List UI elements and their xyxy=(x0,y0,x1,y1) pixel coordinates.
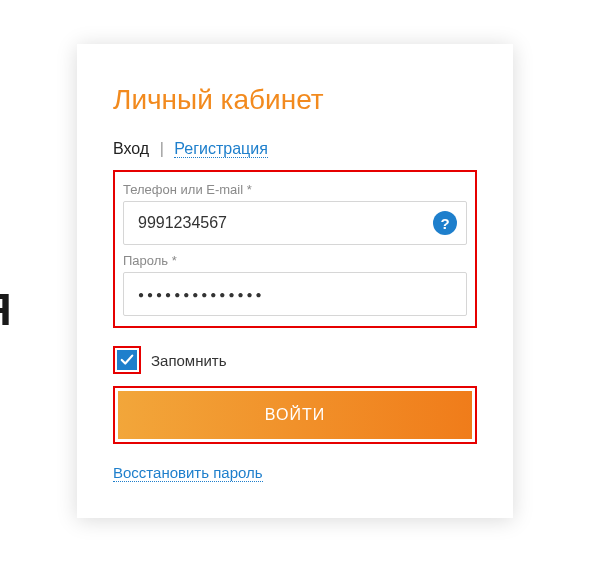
help-icon[interactable]: ? xyxy=(433,211,457,235)
remember-row: Запомнить xyxy=(113,346,477,374)
check-icon xyxy=(120,353,134,367)
tabs-divider: | xyxy=(160,140,164,157)
phone-input[interactable] xyxy=(123,201,467,245)
password-label: Пароль * xyxy=(123,253,467,268)
login-button[interactable]: ВОЙТИ xyxy=(118,391,472,439)
tab-login[interactable]: Вход xyxy=(113,140,149,157)
login-card: Личный кабинет Вход | Регистрация Телефо… xyxy=(77,44,513,518)
side-page-text: Я xyxy=(0,285,12,335)
fields-highlight: Телефон или E-mail * ? Пароль * ●●●●●●●●… xyxy=(113,170,477,328)
tab-register[interactable]: Регистрация xyxy=(174,140,268,158)
remember-checkbox[interactable] xyxy=(117,350,137,370)
phone-label: Телефон или E-mail * xyxy=(123,182,467,197)
password-input[interactable]: ●●●●●●●●●●●●●● xyxy=(123,272,467,316)
auth-tabs: Вход | Регистрация xyxy=(113,140,477,158)
page-title: Личный кабинет xyxy=(113,84,477,116)
remember-label: Запомнить xyxy=(151,352,227,369)
forgot-password-link[interactable]: Восстановить пароль xyxy=(113,464,263,482)
phone-row: ? xyxy=(123,201,467,245)
password-row: ●●●●●●●●●●●●●● xyxy=(123,272,467,316)
submit-highlight: ВОЙТИ xyxy=(113,386,477,444)
checkbox-highlight xyxy=(113,346,141,374)
